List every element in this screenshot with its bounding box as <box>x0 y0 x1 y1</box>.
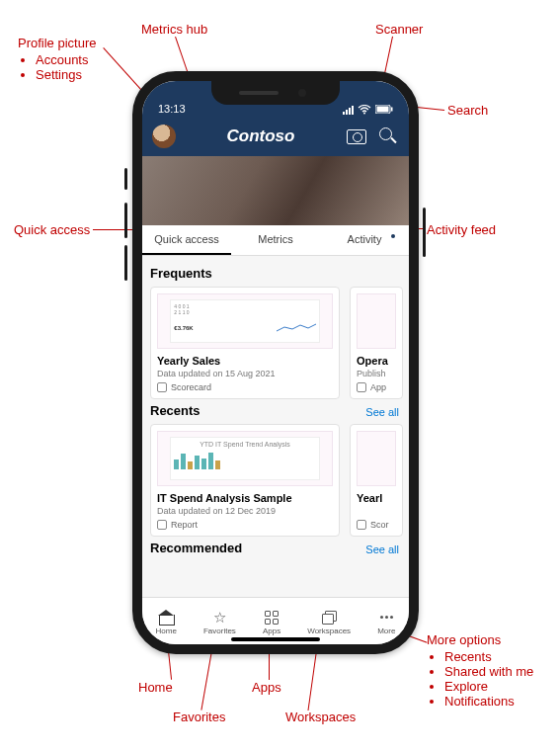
card-title: Yearly Sales <box>157 355 333 367</box>
annotation-favorites: Favorites <box>173 710 225 724</box>
card-title: Opera <box>357 355 396 367</box>
nav-label: Favorites <box>203 627 236 635</box>
more-icon <box>380 616 393 619</box>
workspaces-icon <box>322 611 337 624</box>
card-thumbnail: YTD IT Spend Trend Analysis <box>157 431 333 486</box>
see-all-recommended[interactable]: See all <box>365 543 399 555</box>
report-icon <box>157 520 167 530</box>
phone-side-button <box>124 203 127 238</box>
card-yearly-sales[interactable]: 4 0 0 12 1 1 0€3.76K Yearly Sales Data u… <box>150 287 340 399</box>
card-subtitle: Data updated on 15 Aug 2021 <box>157 369 333 378</box>
wifi-icon <box>358 105 371 115</box>
svg-point-0 <box>363 113 365 115</box>
tab-bar: Quick access Metrics Activity <box>142 225 409 256</box>
card-type: Report <box>157 520 333 530</box>
top-bar: Contoso <box>142 117 409 156</box>
section-title-recents: Recents <box>150 403 200 418</box>
scorecard-icon <box>357 520 366 530</box>
frequents-cards[interactable]: 4 0 0 12 1 1 0€3.76K Yearly Sales Data u… <box>150 287 409 399</box>
svg-rect-3 <box>391 108 393 112</box>
annotation-search: Search <box>447 103 488 118</box>
card-subtitle: Publish <box>357 369 396 378</box>
annotation-quick-access: Quick access <box>14 222 90 237</box>
phone-notch <box>211 81 340 105</box>
phone-side-button <box>124 168 127 190</box>
brand-title: Contoso <box>186 126 336 146</box>
phone-frame: 13:13 Contoso Quick access Metrics Activ… <box>132 71 419 654</box>
phone-side-button <box>423 208 426 257</box>
nav-home[interactable]: Home <box>156 610 177 635</box>
search-button[interactable] <box>377 125 399 147</box>
annotation-scanner: Scanner <box>375 22 423 37</box>
card-partial-opera[interactable]: Opera Publish App <box>350 287 403 399</box>
tab-activity-label: Activity <box>348 233 382 245</box>
home-icon <box>158 611 174 625</box>
see-all-recents[interactable]: See all <box>365 406 399 418</box>
card-it-spend[interactable]: YTD IT Spend Trend Analysis IT Spend Ana… <box>150 424 340 537</box>
annotation-home: Home <box>138 680 173 695</box>
apps-icon <box>265 611 279 625</box>
annotation-metrics-hub: Metrics hub <box>141 22 207 37</box>
hero-image <box>142 156 409 225</box>
nav-label: Apps <box>263 627 280 635</box>
star-icon: ☆ <box>210 610 228 626</box>
camera-icon <box>347 129 366 144</box>
card-title: IT Spend Analysis Sample <box>157 492 333 504</box>
card-type: App <box>357 382 396 392</box>
card-partial-yearly[interactable]: Yearl Scor <box>350 424 403 537</box>
status-time: 13:13 <box>158 103 186 115</box>
signal-icon <box>343 105 354 115</box>
card-subtitle: Data updated on 12 Dec 2019 <box>157 506 333 516</box>
search-icon <box>379 127 397 145</box>
card-type: Scor <box>357 520 396 530</box>
annotation-profile: Profile picture AccountsSettings <box>18 36 96 82</box>
annotation-apps: Apps <box>252 680 281 695</box>
tab-quick-access[interactable]: Quick access <box>142 225 231 255</box>
nav-apps[interactable]: Apps <box>263 610 280 635</box>
nav-favorites[interactable]: ☆Favorites <box>203 610 236 635</box>
content-area: Frequents 4 0 0 12 1 1 0€3.76K Yearly Sa… <box>142 256 409 608</box>
profile-avatar[interactable] <box>152 125 176 148</box>
nav-more[interactable]: More <box>377 610 395 635</box>
card-thumbnail <box>357 431 396 486</box>
leader-line <box>103 47 143 92</box>
annotation-more: More options RecentsShared with meExplor… <box>427 632 533 709</box>
phone-side-button <box>124 245 127 281</box>
battery-icon <box>375 105 393 114</box>
scorecard-icon <box>157 382 167 392</box>
card-thumbnail: 4 0 0 12 1 1 0€3.76K <box>157 293 333 349</box>
nav-label: More <box>377 627 395 635</box>
card-thumbnail <box>357 293 396 349</box>
home-indicator <box>231 637 320 641</box>
card-type: Scorecard <box>157 382 333 392</box>
tab-activity[interactable]: Activity <box>320 225 409 255</box>
app-icon <box>357 382 366 392</box>
nav-workspaces[interactable]: Workspaces <box>307 610 351 635</box>
nav-label: Workspaces <box>307 627 351 635</box>
annotation-activity-feed: Activity feed <box>427 222 496 237</box>
card-subtitle <box>357 506 396 516</box>
nav-label: Home <box>156 627 177 635</box>
bottom-nav: Home ☆Favorites Apps Workspaces More <box>142 597 409 644</box>
svg-rect-2 <box>377 107 389 113</box>
tab-metrics[interactable]: Metrics <box>231 225 320 255</box>
scanner-button[interactable] <box>346 125 367 147</box>
activity-dot-icon <box>391 234 395 238</box>
recents-cards[interactable]: YTD IT Spend Trend Analysis IT Spend Ana… <box>150 424 409 537</box>
section-title-recommended: Recommended <box>150 541 242 555</box>
annotation-workspaces: Workspaces <box>285 710 356 724</box>
section-title-frequents: Frequents <box>150 266 409 281</box>
card-title: Yearl <box>357 492 396 504</box>
